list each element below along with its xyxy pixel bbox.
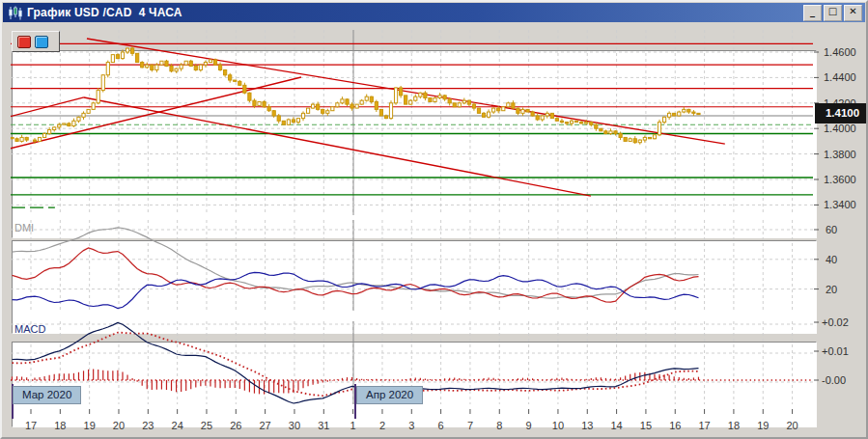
macd-line [13,322,699,403]
chart-canvas[interactable] [2,2,868,439]
trendline-descending-steep [84,97,591,196]
chart-toolbar [12,31,60,52]
macd-chart-group [11,321,813,404]
dmi-chart-group [11,220,813,311]
blue-square-button[interactable] [35,36,48,48]
red-square-button[interactable] [17,36,31,48]
dmi-line-ADX [13,228,699,298]
price-chart-group [2,30,813,215]
chart-window: График USD /CAD 4 ЧАСА _ □ ✕ DMI MACD 1.… [0,0,868,439]
dmi-line-+DI [13,248,699,302]
dmi-line--DI [13,272,699,308]
trendline-descending-long [87,39,725,144]
